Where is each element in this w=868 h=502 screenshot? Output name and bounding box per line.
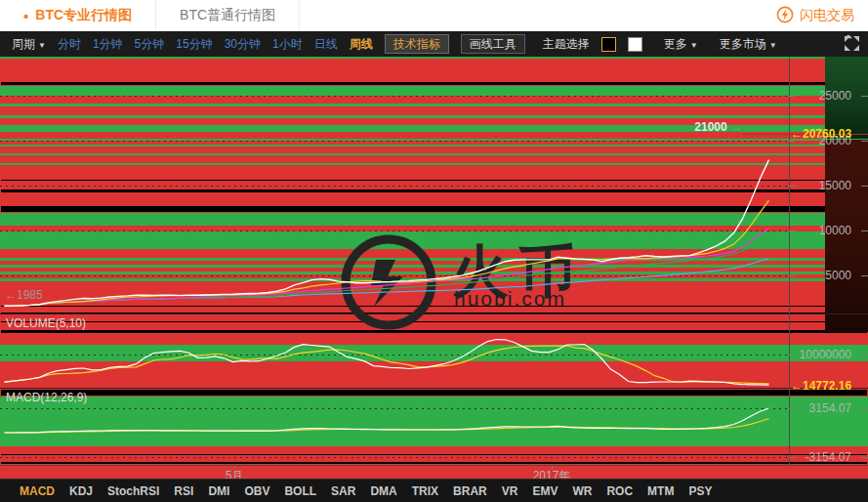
chevron-down-icon: ▼ xyxy=(769,41,777,50)
tab-btc-normal-chart[interactable]: BTC普通行情图 xyxy=(156,0,300,31)
axis-tick xyxy=(861,275,868,276)
indicator-tabbar: MACDKDJStochRSIRSIDMIOBVBOLLSARDMATRIXBR… xyxy=(0,479,868,502)
axis-tick xyxy=(861,141,868,142)
y-axis-label: 15000 xyxy=(791,179,851,192)
period-option-3[interactable]: 15分钟 xyxy=(176,36,212,53)
x-axis-label: 5月 xyxy=(195,468,273,479)
axis-tick xyxy=(789,355,795,356)
current-price-tag: ←20760.03 xyxy=(791,127,851,141)
indicator-tab-mtm[interactable]: MTM xyxy=(647,484,674,498)
indicator-tab-emv[interactable]: EMV xyxy=(532,484,558,498)
y-axis-label: 25000 xyxy=(791,89,851,103)
y-axis-label: 5000 xyxy=(791,269,851,282)
y-axis-line xyxy=(789,57,790,465)
indicator-tab-roc[interactable]: ROC xyxy=(606,484,633,498)
period-option-7[interactable]: 周线 xyxy=(350,36,373,53)
app-root: • BTC专业行情图 BTC普通行情图 闪电交易 周期▼ 分时1分钟5分钟15分… xyxy=(0,0,868,502)
indicator-tab-boll[interactable]: BOLL xyxy=(284,484,316,498)
ma-line xyxy=(5,229,769,306)
y-axis-label: 3154.07 xyxy=(791,401,851,415)
period-option-0[interactable]: 分时 xyxy=(58,36,81,53)
axis-tick xyxy=(861,408,868,409)
period-dropdown[interactable]: 周期▼ xyxy=(12,36,46,53)
tab-btc-pro-chart[interactable]: • BTC专业行情图 xyxy=(0,0,156,31)
macd-lines xyxy=(0,389,789,465)
axis-tick xyxy=(861,230,868,231)
indicator-tab-vr[interactable]: VR xyxy=(502,484,518,498)
indicator-tab-trix[interactable]: TRIX xyxy=(412,484,438,498)
left-arrow-icon: ← xyxy=(5,288,17,302)
axis-tick xyxy=(789,408,795,409)
axis-tick xyxy=(789,141,795,142)
period-options-group: 分时1分钟5分钟15分钟30分钟1小时日线周线 xyxy=(58,36,373,53)
axis-tick xyxy=(861,96,868,97)
indicator-tab-brar[interactable]: BRAR xyxy=(453,484,487,498)
high-price-label: 21000 → xyxy=(672,120,742,134)
theme-light-swatch[interactable] xyxy=(628,37,642,52)
current-volume-tag: ←14772.16 xyxy=(791,379,851,393)
left-arrow-icon: ← xyxy=(791,127,803,141)
indicator-tab-dma[interactable]: DMA xyxy=(370,484,396,498)
indicator-tab-wr[interactable]: WR xyxy=(572,484,592,498)
left-arrow-icon: ← xyxy=(791,379,803,393)
indicator-tab-obv[interactable]: OBV xyxy=(244,484,269,498)
indicator-tab-psy[interactable]: PSY xyxy=(688,484,712,498)
period-option-4[interactable]: 30分钟 xyxy=(225,36,261,53)
ma-line xyxy=(5,160,769,307)
indicator-tab-rsi[interactable]: RSI xyxy=(174,484,193,498)
axis-tick xyxy=(789,230,795,231)
axis-tick xyxy=(789,96,795,97)
header-spacer xyxy=(300,0,763,31)
tab-btc-normal-label: BTC普通行情图 xyxy=(180,7,275,24)
lightning-icon xyxy=(776,6,794,26)
lightning-trade-button[interactable]: 闪电交易 xyxy=(763,0,868,31)
indicator-tab-kdj[interactable]: KDJ xyxy=(69,484,93,498)
period-option-5[interactable]: 1小时 xyxy=(272,36,303,53)
axis-tick xyxy=(861,186,868,187)
chevron-down-icon: ▼ xyxy=(38,41,46,50)
chart-canvas[interactable]: 火币 huobi.com VOLUME(5,10) MACD(12,26,9) … xyxy=(0,57,868,479)
period-option-2[interactable]: 5分钟 xyxy=(135,36,165,53)
ma-line xyxy=(5,340,769,386)
axis-tick xyxy=(789,186,795,187)
ma-line xyxy=(5,408,769,433)
indicators-button[interactable]: 技术指标 xyxy=(385,34,449,54)
y-axis-label: 10000 xyxy=(791,224,851,237)
macd-pane-label: MACD(12,26,9) xyxy=(6,391,87,404)
x-axis-label: 2017年 xyxy=(513,468,591,479)
period-option-6[interactable]: 日线 xyxy=(314,36,338,53)
axis-tick xyxy=(789,457,795,458)
more-label: 更多 xyxy=(664,37,687,51)
indicator-tab-macd[interactable]: MACD xyxy=(20,484,55,498)
ma-line xyxy=(5,346,769,384)
y-axis-label: -3154.07 xyxy=(791,450,851,464)
period-option-1[interactable]: 1分钟 xyxy=(93,36,123,53)
more-markets-dropdown[interactable]: 更多市场▼ xyxy=(720,36,777,53)
axis-tick xyxy=(861,457,868,458)
header: • BTC专业行情图 BTC普通行情图 闪电交易 xyxy=(0,0,868,31)
tab-btc-pro-label: BTC专业行情图 xyxy=(35,7,132,24)
period-dropdown-label: 周期 xyxy=(12,37,35,51)
toolbar: 周期▼ 分时1分钟5分钟15分钟30分钟1小时日线周线 技术指标 画线工具 主题… xyxy=(0,31,868,57)
chevron-down-icon: ▼ xyxy=(690,41,698,50)
active-dot-icon: • xyxy=(23,9,28,23)
x-axis-line xyxy=(0,465,868,466)
axis-tick xyxy=(861,355,868,356)
main-ma-lines xyxy=(0,57,789,314)
draw-tools-button[interactable]: 画线工具 xyxy=(461,34,525,54)
more-dropdown[interactable]: 更多▼ xyxy=(664,36,698,53)
indicator-tab-stochrsi[interactable]: StochRSI xyxy=(107,484,159,498)
more-markets-label: 更多市场 xyxy=(720,37,766,51)
theme-dark-swatch[interactable] xyxy=(601,37,616,52)
volume-pane-label: VOLUME(5,10) xyxy=(6,316,86,330)
fullscreen-icon[interactable] xyxy=(844,35,860,55)
volume-ma-lines xyxy=(0,314,789,389)
lightning-trade-label: 闪电交易 xyxy=(800,7,854,24)
indicator-tab-sar[interactable]: SAR xyxy=(331,484,355,498)
y-axis-label: 10000000 xyxy=(791,348,851,361)
first-price-label: ←1985 xyxy=(5,288,43,302)
indicator-tab-dmi[interactable]: DMI xyxy=(208,484,229,498)
theme-select-label: 主题选择 xyxy=(543,36,590,53)
ma-line xyxy=(5,200,769,306)
axis-tick xyxy=(789,275,795,276)
